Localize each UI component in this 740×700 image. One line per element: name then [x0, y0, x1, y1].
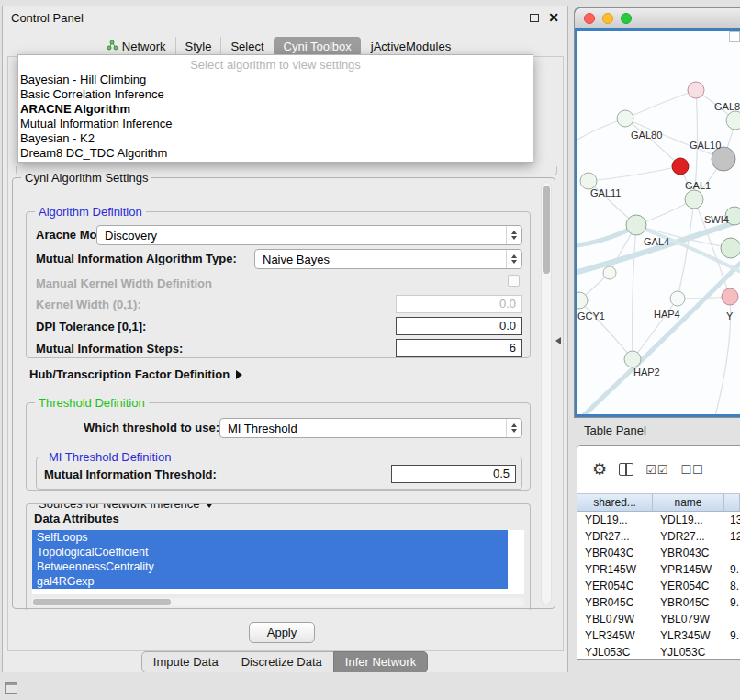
mi-steps-field[interactable]: 6: [396, 339, 522, 357]
docked-window-icon[interactable]: [5, 682, 17, 694]
mi-threshold-field[interactable]: 0.5: [391, 465, 516, 483]
which-threshold-select[interactable]: MI Threshold: [219, 418, 522, 438]
algorithm-option[interactable]: Dream8 DC_TDC Algorithm: [18, 146, 533, 161]
column-visibility-icon[interactable]: [619, 463, 633, 476]
network-node[interactable]: [722, 288, 738, 305]
table-cell: YBR045C: [577, 596, 653, 609]
algorithm-option[interactable]: Mutual Information Inference: [18, 117, 533, 131]
manual-kernel-label: Manual Kernel Width Definition: [36, 277, 212, 290]
network-node[interactable]: [624, 351, 641, 367]
table-cell: 8.: [724, 580, 740, 593]
network-canvas[interactable]: GAL8GAL80GAL10GAL11GAL1SWI4GAL4GCY1HAP4Y…: [577, 31, 740, 414]
node-label: Y: [726, 310, 734, 322]
sources-group: Sources for Network Inference Data Attri…: [26, 503, 531, 610]
network-node[interactable]: [685, 190, 703, 209]
network-view-window: GAL8GAL80GAL10GAL11GAL1SWI4GAL4GCY1HAP4Y…: [574, 7, 740, 418]
table-row[interactable]: YBR045CYBR045C9.: [577, 594, 740, 611]
tab-infer-network[interactable]: Infer Network: [333, 651, 428, 672]
table-row[interactable]: YER054CYER054C8.: [577, 578, 740, 594]
network-node[interactable]: [670, 291, 685, 306]
table-panel-title: Table Panel: [584, 423, 646, 437]
network-node[interactable]: [617, 110, 633, 127]
table-settings-gear-icon[interactable]: ⚙: [592, 461, 607, 478]
network-node[interactable]: [626, 215, 646, 235]
data-attribute-item[interactable]: SelfLoops: [32, 530, 508, 545]
float-window-button[interactable]: [530, 14, 539, 22]
table-cell: YER054C: [577, 580, 653, 593]
data-attributes-list[interactable]: SelfLoopsTopologicalCoefficientBetweenne…: [32, 530, 524, 594]
sources-group-title[interactable]: Sources for Network Inference: [35, 503, 218, 511]
tab-discretize-data[interactable]: Discretize Data: [230, 651, 334, 672]
tab-style[interactable]: Style: [175, 37, 221, 56]
kernel-width-field[interactable]: 0.0: [396, 295, 522, 313]
table-row[interactable]: YJL053CYJL053C: [577, 644, 740, 660]
table-row[interactable]: YPR145WYPR145W9.: [577, 561, 740, 578]
data-attribute-item[interactable]: TopologicalCoefficient: [32, 545, 508, 559]
tab-select[interactable]: Select: [220, 37, 273, 56]
tab-jactivemodules[interactable]: jActiveModules: [361, 37, 460, 56]
algorithm-dropdown-prompt[interactable]: Select algorithm to view settings: [18, 57, 533, 73]
table-row[interactable]: YDR27...YDR27...12: [577, 528, 740, 545]
data-attribute-item[interactable]: BetweennessCentrality: [32, 559, 508, 574]
algorithm-option[interactable]: ARACNE Algorithm: [18, 102, 533, 117]
algorithm-dropdown-list[interactable]: Select algorithm to view settings Bayesi…: [17, 54, 533, 163]
close-panel-button[interactable]: ✕: [548, 11, 559, 24]
table-row[interactable]: YDL19...YDL19...13: [577, 512, 740, 528]
dpi-tolerance-field[interactable]: 0.0: [396, 317, 522, 335]
table-row[interactable]: YLR345WYLR345W9.: [577, 627, 740, 644]
node-label: GAL80: [631, 130, 662, 141]
mi-type-select[interactable]: Naive Bayes: [254, 249, 522, 269]
table-cell: YJL053C: [577, 646, 653, 659]
table-row[interactable]: YBL079WYBL079W: [577, 611, 740, 627]
network-edge: [589, 166, 680, 181]
column-header-name[interactable]: name: [653, 494, 724, 511]
sources-title-text: Sources for Network Inference: [39, 503, 200, 511]
hub-tf-definition-label: Hub/Transcription Factor Definition: [29, 367, 230, 381]
network-node[interactable]: [726, 111, 740, 130]
close-button[interactable]: [584, 13, 595, 24]
table-toolbar: ⚙ ☑☑ ☐☐: [577, 446, 740, 493]
mi-type-label: Mutual Information Algorithm Type:: [36, 252, 237, 265]
network-window-titlebar: [575, 8, 740, 28]
table-cell: 12: [724, 530, 740, 543]
tab-impute-data[interactable]: Impute Data: [141, 651, 230, 672]
node-label: HAP2: [633, 367, 660, 378]
attributes-hscrollbar-thumb[interactable]: [33, 599, 171, 605]
attributes-hscrollbar[interactable]: [32, 598, 524, 606]
canvas-corner-button[interactable]: [729, 31, 740, 42]
deselect-all-icon[interactable]: ☐☐: [680, 464, 703, 476]
column-header-shared-name[interactable]: shared...: [577, 494, 653, 511]
node-label: HAP4: [654, 309, 680, 320]
apply-button[interactable]: Apply: [249, 622, 315, 643]
hub-tf-definition-toggle[interactable]: Hub/Transcription Factor Definition: [29, 367, 242, 381]
aracne-mode-select[interactable]: Discovery: [96, 225, 522, 245]
splitter-collapse-handle[interactable]: [555, 337, 561, 344]
node-label: GAL8: [714, 101, 740, 112]
table-cell: YDL19...: [653, 514, 724, 526]
network-node[interactable]: [672, 158, 689, 175]
table-row[interactable]: YBR043CYBR043C: [577, 545, 740, 561]
manual-kernel-checkbox[interactable]: [508, 275, 520, 287]
settings-scrollbar-thumb[interactable]: [543, 186, 550, 274]
network-node[interactable]: [721, 238, 740, 258]
algorithm-option[interactable]: Bayesian - K2: [18, 131, 533, 146]
network-node[interactable]: [688, 82, 704, 98]
algorithm-option[interactable]: Basic Correlation Inference: [18, 87, 533, 102]
node-label: GAL1: [685, 180, 711, 191]
data-attribute-item[interactable]: gal4RGexp: [32, 574, 508, 589]
table-cell: YLR345W: [653, 629, 724, 642]
minimize-button[interactable]: [602, 13, 613, 24]
network-edge: [625, 90, 696, 119]
tab-network[interactable]: Network: [97, 37, 175, 56]
stepper-icon: [506, 250, 521, 268]
table-cell: YBL079W: [577, 613, 653, 626]
node-label: GCY1: [577, 310, 605, 322]
tab-label: Cyni Toolbox: [284, 40, 352, 53]
column-header-clipped[interactable]: [724, 494, 740, 511]
algorithm-option[interactable]: Bayesian - Hill Climbing: [18, 73, 533, 87]
select-all-icon[interactable]: ☑☑: [645, 464, 668, 476]
tab-cyni-toolbox[interactable]: Cyni Toolbox: [274, 37, 361, 56]
network-node[interactable]: [603, 266, 616, 279]
zoom-button[interactable]: [621, 13, 632, 24]
settings-scrollbar[interactable]: [541, 182, 552, 604]
